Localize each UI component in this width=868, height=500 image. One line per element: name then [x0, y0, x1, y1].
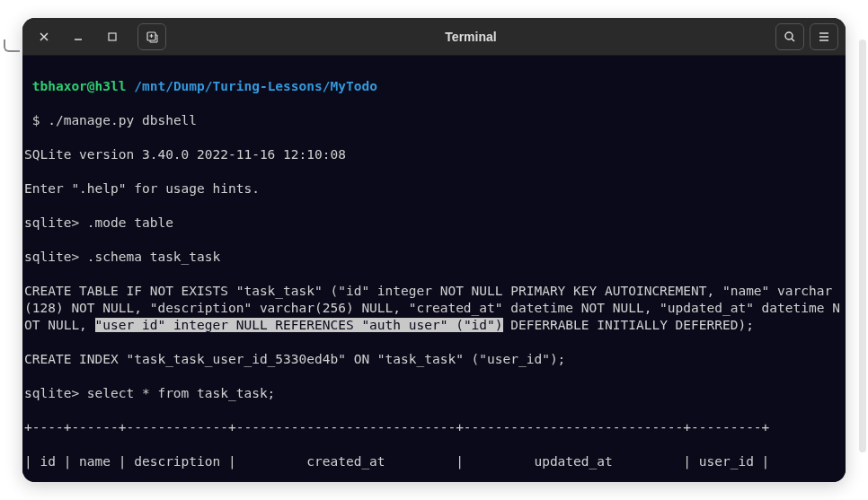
terminal-window: Terminal tbhaxor@h3ll /mnt/Dump/Turing-L…: [22, 18, 846, 482]
maximize-button[interactable]: [98, 23, 127, 50]
command-text: ./manage.py dbshell: [48, 113, 197, 127]
command-line: $ ./manage.py dbshell: [24, 112, 844, 129]
new-tab-button[interactable]: [137, 23, 166, 50]
prompt-path: /mnt/Dump/Turing-Lessons/MyTodo: [134, 79, 377, 93]
output-line: SQLite version 3.40.0 2022-11-16 12:10:0…: [24, 146, 844, 163]
terminal-content[interactable]: tbhaxor@h3ll /mnt/Dump/Turing-Lessons/My…: [22, 56, 846, 482]
output-line: CREATE INDEX "task_task_user_id_5330ed4b…: [24, 351, 844, 368]
table-row: | id | name | description | created_at |…: [24, 453, 844, 470]
search-icon: [783, 30, 797, 44]
prompt-line: tbhaxor@h3ll /mnt/Dump/Turing-Lessons/My…: [24, 78, 844, 95]
titlebar: Terminal: [22, 18, 846, 56]
titlebar-right: [775, 23, 838, 50]
svg-point-2: [785, 32, 793, 39]
output-line: CREATE TABLE IF NOT EXISTS "task_task" (…: [24, 283, 844, 334]
table-row: +----+------+-------------+-------------…: [24, 419, 844, 436]
schema-text-post: DEFERRABLE INITIALLY DEFERRED);: [503, 318, 754, 332]
output-line: sqlite> .mode table: [24, 215, 844, 232]
close-icon: [37, 30, 51, 44]
menu-button[interactable]: [810, 23, 838, 50]
output-line: sqlite> select * from task_task;: [24, 385, 844, 402]
minimize-button[interactable]: [64, 23, 93, 50]
svg-rect-0: [109, 33, 116, 40]
minimize-icon: [71, 30, 85, 44]
highlighted-text: "user_id" integer NULL REFERENCES "auth_…: [95, 318, 503, 332]
hamburger-icon: [817, 30, 831, 44]
prompt-symbol: $: [24, 113, 48, 127]
window-title: Terminal: [172, 30, 770, 44]
maximize-icon: [105, 30, 120, 44]
new-tab-icon: [145, 30, 159, 44]
output-line: sqlite> .schema task_task: [24, 249, 844, 266]
output-line: Enter ".help" for usage hints.: [24, 180, 844, 197]
close-button[interactable]: [30, 23, 58, 50]
search-button[interactable]: [775, 23, 804, 50]
prompt-user: tbhaxor@h3ll: [32, 79, 127, 93]
